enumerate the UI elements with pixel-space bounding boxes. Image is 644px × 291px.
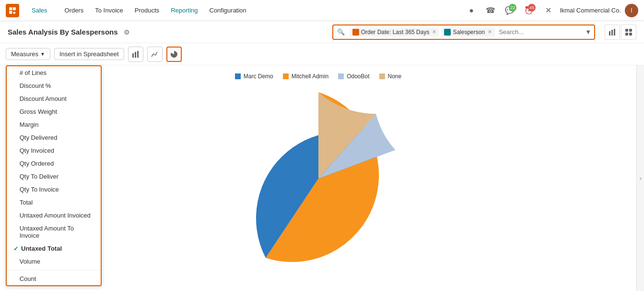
search-input[interactable] [496,28,582,36]
dropdown-item-qty-to-invoice[interactable]: Qty To Invoice [7,183,101,196]
top-navigation: Sales Orders To Invoice Products Reporti… [0,0,644,21]
dropdown-item-qty-ordered[interactable]: Qty Ordered [7,157,101,170]
nav-products[interactable]: Products [130,5,164,16]
svg-rect-3 [625,29,628,32]
search-bar: 🔍 Order Date: Last 365 Days ✕ Salesperso… [332,24,595,40]
table-view-btn[interactable] [621,24,636,40]
svg-rect-4 [629,29,632,32]
svg-rect-6 [629,33,632,36]
dropdown-item-qty-delivered[interactable]: Qty Delivered [7,131,101,144]
phone-icon[interactable]: ☎ [483,3,498,18]
svg-rect-5 [625,33,628,36]
pie-chart-type-btn[interactable] [166,47,182,62]
legend-mitchell-admin-label: Mitchell Admin [292,73,328,80]
legend-odoobot: OdooBot [338,73,369,80]
nav-to-invoice[interactable]: To Invoice [90,5,128,16]
company-name[interactable]: Ikmal Commercial Co. [560,7,621,14]
dropdown-item-qty-to-deliver[interactable]: Qty To Deliver [7,170,101,183]
filter-order-date-label: Order Date: Last 365 Days [361,29,430,36]
toolbar: Measures ▼ Insert in Spreadsheet # of Li… [0,43,644,65]
dropdown-separator [7,270,101,270]
legend-marc-demo: Marc Demo [235,73,273,80]
measures-dropdown: # of Lines Discount % Discount Amount Gr… [6,65,102,286]
discuss-icon[interactable]: 💬 22 [502,3,517,18]
insert-spreadsheet-label: Insert in Spreadsheet [59,50,119,58]
view-toggles [605,24,636,40]
nav-reporting[interactable]: Reporting [166,5,202,16]
filter-salesperson[interactable]: Salesperson ✕ [441,28,495,36]
dropdown-item-gross-weight[interactable]: Gross Weight [7,105,101,118]
dropdown-item-total[interactable]: Total [7,196,101,209]
sidebar-toggle[interactable]: › [636,65,644,291]
nav-orders[interactable]: Orders [60,5,89,16]
dropdown-item-discount-amount[interactable]: Discount Amount [7,92,101,105]
activity-badge: 45 [528,4,536,12]
dropdown-item-lines[interactable]: # of Lines [7,66,101,79]
svg-rect-8 [135,52,136,58]
chart-legend: Marc Demo Mitchell Admin OdooBot None [235,73,401,80]
legend-odoobot-dot [338,73,344,79]
filter-salesperson-icon [444,29,451,36]
circle-status-icon[interactable]: ● [464,3,479,18]
search-dropdown-arrow[interactable]: ▼ [582,28,594,36]
legend-marc-demo-dot [235,73,241,79]
legend-none: None [379,73,402,80]
nav-right-icons: ● ☎ 💬 22 ⏰ 45 ✕ Ikmal Commercial Co. I [464,3,638,18]
filter-order-date-remove[interactable]: ✕ [432,29,436,35]
dropdown-item-count[interactable]: Count [7,272,101,285]
legend-mitchell-admin-dot [283,73,289,79]
settings-gear-icon[interactable]: ⚙ [124,28,130,36]
measures-chevron-icon: ▼ [40,51,45,57]
dropdown-item-untaxed-to-invoice[interactable]: Untaxed Amount To Invoice [7,222,101,242]
filter-salesperson-label: Salesperson [453,29,485,36]
pie-chart-svg [227,87,410,270]
nav-links: Orders To Invoice Products Reporting Con… [60,5,251,16]
filter-order-date[interactable]: Order Date: Last 365 Days ✕ [350,28,440,36]
svg-rect-9 [137,51,139,58]
line-chart-type-btn[interactable] [147,47,163,62]
svg-rect-1 [611,30,613,36]
measures-label: Measures [11,50,38,58]
insert-spreadsheet-button[interactable]: Insert in Spreadsheet [54,48,124,60]
nav-configuration[interactable]: Configuration [205,5,251,16]
legend-marc-demo-label: Marc Demo [244,73,273,80]
page-title: Sales Analysis By Salespersons [8,28,118,36]
dropdown-item-qty-invoiced[interactable]: Qty Invoiced [7,144,101,157]
dropdown-item-untaxed-total[interactable]: ✓ Untaxed Total [7,242,101,255]
measures-button[interactable]: Measures ▼ [6,48,50,60]
pie-chart [227,87,410,270]
search-icon: 🔍 [333,28,349,36]
svg-rect-0 [609,31,610,36]
legend-odoobot-label: OdooBot [347,73,369,80]
dropdown-item-margin[interactable]: Margin [7,118,101,131]
close-icon[interactable]: ✕ [540,3,556,18]
nav-sales[interactable]: Sales [27,5,52,16]
bar-chart-type-btn[interactable] [128,47,143,62]
app-logo[interactable] [6,4,19,17]
legend-none-dot [379,73,385,79]
filter-salesperson-remove[interactable]: ✕ [488,29,492,35]
dropdown-item-untaxed-invoiced[interactable]: Untaxed Amount Invoiced [7,209,101,222]
filter-order-date-icon [352,29,359,36]
activity-icon[interactable]: ⏰ 45 [521,3,537,18]
user-avatar[interactable]: I [625,4,638,17]
svg-rect-2 [614,29,615,36]
dropdown-item-discount-pct[interactable]: Discount % [7,79,101,92]
legend-none-label: None [388,73,402,80]
svg-rect-7 [132,53,134,58]
page-header: Sales Analysis By Salespersons ⚙ 🔍 Order… [0,21,644,43]
dropdown-item-volume[interactable]: Volume [7,255,101,268]
bar-chart-view-btn[interactable] [605,24,620,40]
legend-mitchell-admin: Mitchell Admin [283,73,328,80]
discuss-badge: 22 [509,4,516,12]
